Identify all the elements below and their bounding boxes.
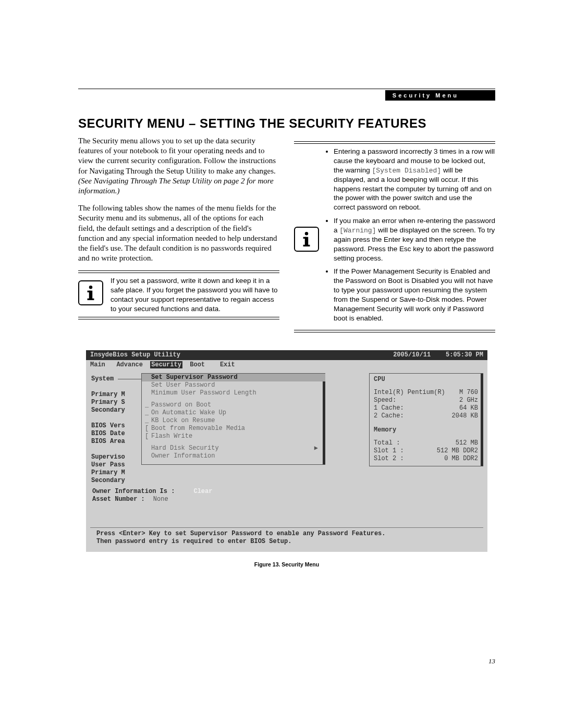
bullet-2: If you make an error when re-entering th…: [334, 216, 495, 263]
mem-slot1: Slot 1 :512 MB DDR2: [374, 447, 478, 455]
bios-menu-bar: Main Advance Security Boot Exit: [86, 360, 487, 370]
left-row: User Pass: [91, 461, 141, 469]
item-min-user-pwd-length[interactable]: Minimum User Password Length: [142, 389, 325, 397]
info-callout-1: If you set a password, write it down and…: [78, 270, 279, 319]
bullet-3: If the Power Management Security is Enab…: [334, 267, 495, 323]
menu-advance[interactable]: Advance: [116, 361, 142, 368]
figure-caption: Figure 13. Security Menu: [254, 561, 319, 567]
svg-point-4: [305, 232, 308, 235]
bios-security-dropdown: Set Supervisor Password Set User Passwor…: [141, 373, 325, 465]
left-row: BIOS Date: [91, 430, 141, 438]
page-title: SECURITY MENU – SETTING THE SECURITY FEA…: [78, 116, 495, 131]
submenu-arrow-icon: ▶: [314, 445, 318, 452]
left-row: Secondary: [91, 406, 141, 414]
cpu-name: Intel(R) Pentium(R) M 760: [374, 389, 478, 397]
bios-body: System Primary M Primary S Secondary BIO…: [86, 370, 487, 488]
cpu-b: M 760: [459, 389, 478, 397]
two-columns: The Security menu allows you to set up t…: [78, 136, 495, 332]
menu-boot[interactable]: Boot: [190, 361, 205, 368]
header-rule: [78, 89, 495, 89]
cpu-l1: 1 Cache:64 KB: [374, 404, 478, 412]
lbl: KB Lock on Resume: [151, 417, 215, 424]
menu-main[interactable]: Main: [90, 361, 105, 368]
left-row: [91, 383, 141, 391]
svg-rect-6: [303, 237, 307, 238]
asset-row: Asset Number : None: [92, 496, 481, 503]
cpu-l2: 2 Cache:2048 KB: [374, 412, 478, 420]
figure-wrap: InsydeBios Setup Utility 2005/10/11 5:05…: [78, 350, 495, 567]
left-row: [91, 414, 141, 422]
callout-rules: If you set a password, write it down and…: [78, 270, 279, 319]
bios-lower: Owner Information Is : Clear Asset Numbe…: [86, 488, 487, 503]
section-tab: Security Menu: [385, 90, 495, 101]
cpu-a: Intel(R) Pentium(R): [374, 389, 445, 397]
left-row: Primary M: [91, 391, 141, 399]
lbl: Password on Boot: [151, 401, 211, 409]
callout-rules-2: Entering a password incorrectly 3 times …: [294, 141, 495, 332]
item-kb-lock-on-resume[interactable]: _KB Lock on Resume: [142, 417, 325, 425]
bios-left-pane: System Primary M Primary S Secondary BIO…: [91, 375, 141, 485]
lr0: System: [91, 375, 114, 383]
svg-point-0: [89, 286, 92, 289]
b1-code: [System Disabled]: [372, 167, 442, 175]
bios-date: 2005/10/11: [393, 351, 431, 359]
item-password-on-boot[interactable]: _Password on Boot: [142, 401, 325, 409]
item-set-user-password[interactable]: Set User Password: [142, 381, 325, 389]
svg-rect-7: [303, 244, 310, 246]
bios-help: Press <Enter> Key to set Supervisor Pass…: [90, 527, 483, 547]
b2-code: [Warning]: [339, 227, 376, 235]
info-callout-2: Entering a password incorrectly 3 times …: [294, 141, 495, 332]
owner-info-label: Owner Information Is :: [92, 488, 175, 496]
item-boot-removable-media[interactable]: [Boot from Removable Media: [142, 425, 325, 433]
svg-rect-2: [88, 291, 91, 292]
asset-value: None: [153, 496, 168, 503]
bios-datetime: 2005/10/11 5:05:30 PM: [393, 351, 483, 359]
left-row: Primary M: [91, 469, 141, 477]
menu-security[interactable]: Security: [150, 361, 182, 368]
owner-info-value: Clear: [193, 488, 212, 496]
callout-inner: If you set a password, write it down and…: [78, 273, 279, 317]
left-row: Primary S: [91, 399, 141, 406]
callout-inner-2: Entering a password incorrectly 3 times …: [294, 143, 495, 330]
cpu-group: CPU: [374, 376, 478, 384]
lbl: Flash Write: [151, 433, 192, 440]
left-row: System: [91, 375, 141, 383]
item-flash-write[interactable]: [Flash Write: [142, 433, 325, 440]
bios-screenshot: InsydeBios Setup Utility 2005/10/11 5:05…: [86, 350, 487, 552]
help-line-1: Press <Enter> Key to set Supervisor Pass…: [96, 530, 477, 538]
help-line-2: Then password entry is required to enter…: [96, 538, 477, 546]
item-set-supervisor-password[interactable]: Set Supervisor Password: [142, 374, 325, 381]
mem-group: Memory: [374, 426, 478, 434]
intro-paragraph-1: The Security menu allows you to set up t…: [78, 136, 279, 196]
info-icon: [294, 227, 319, 252]
bios-title-bar: InsydeBios Setup Utility 2005/10/11 5:05…: [86, 350, 487, 360]
intro-paragraph-2: The following tables show the names of t…: [78, 203, 279, 263]
callout-text: If you set a password, write it down and…: [111, 276, 279, 313]
item-owner-information[interactable]: Owner Information: [142, 452, 325, 460]
owner-info-row: Owner Information Is : Clear: [92, 488, 481, 496]
header-row: Security Menu: [78, 90, 495, 101]
left-row: [91, 446, 141, 453]
info-icon: [78, 280, 103, 305]
menu-exit[interactable]: Exit: [220, 361, 235, 368]
intro-crossref: (See Navigating Through The Setup Utilit…: [78, 177, 274, 195]
svg-rect-3: [88, 299, 94, 300]
left-row: BIOS Area: [91, 438, 141, 446]
item-hard-disk-security[interactable]: Hard Disk Security▶: [142, 445, 325, 452]
cpu-speed: Speed:2 GHz: [374, 397, 478, 404]
mem-slot2: Slot 2 :0 MB DDR2: [374, 455, 478, 463]
bullet-1: Entering a password incorrectly 3 times …: [334, 147, 495, 212]
right-column: Entering a password incorrectly 3 times …: [294, 136, 495, 332]
lbl: Boot from Removable Media: [151, 425, 245, 432]
lbl: On Automatic Wake Up: [151, 409, 226, 416]
mem-total: Total :512 MB: [374, 439, 478, 447]
left-column: The Security menu allows you to set up t…: [78, 136, 279, 332]
item-on-auto-wake[interactable]: _On Automatic Wake Up: [142, 409, 325, 417]
intro-text: The Security menu allows you to set up t…: [78, 137, 276, 175]
callout-list: Entering a password incorrectly 3 times …: [326, 147, 495, 327]
bios-info-pane: CPU Intel(R) Pentium(R) M 760 Speed:2 GH…: [369, 373, 483, 466]
lbl: Hard Disk Security: [151, 445, 219, 452]
left-row: Secondary: [91, 477, 141, 485]
left-row: Superviso: [91, 453, 141, 461]
bios-time: 5:05:30 PM: [446, 351, 483, 359]
